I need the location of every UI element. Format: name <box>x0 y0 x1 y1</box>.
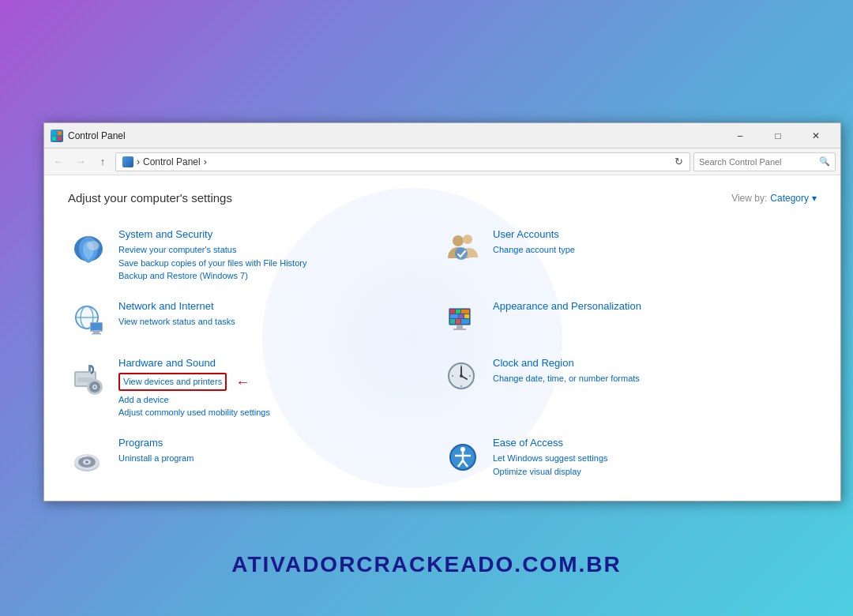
hardware-text: Hardware and Sound View devices and prin… <box>118 355 442 419</box>
top-bar: Adjust your computer's settings View by:… <box>68 191 817 205</box>
ease-of-access-text: Ease of Access Let Windows suggest setti… <box>493 435 817 478</box>
svg-rect-23 <box>459 314 464 318</box>
ease-of-access-sub: Let Windows suggest settings Optimize vi… <box>493 452 817 478</box>
svg-rect-2 <box>52 137 56 141</box>
clock-region-sub: Change date, time, or number formats <box>493 372 817 385</box>
system-security-text: System and Security Review your computer… <box>118 227 442 283</box>
refresh-icon[interactable]: ↻ <box>675 156 683 167</box>
address-path: › Control Panel › ↻ <box>115 152 690 171</box>
svg-rect-25 <box>450 319 455 324</box>
content-inner: Adjust your computer's settings View by:… <box>68 191 817 486</box>
outer-wrapper: Control Panel – □ ✕ ← → ↑ › Control Pane… <box>0 0 853 616</box>
user-accounts-sub: Change account type <box>493 243 817 257</box>
svg-rect-20 <box>456 310 460 314</box>
list-item: Clock and Region Change date, time, or n… <box>442 347 817 427</box>
list-item: Appearance and Personalization <box>442 291 817 347</box>
minimize-button[interactable]: – <box>722 125 758 147</box>
svg-point-53 <box>460 447 465 452</box>
network-sub: View network status and tasks <box>118 315 442 329</box>
user-accounts-icon <box>442 227 483 268</box>
svg-rect-29 <box>453 329 466 330</box>
red-arrow: ← <box>235 372 250 393</box>
svg-point-5 <box>87 241 100 250</box>
view-by-control: View by: Category ▾ <box>731 193 817 204</box>
clock-region-icon <box>442 355 483 396</box>
watermark-text: ATIVADORCRACKEADO.COM.BR <box>231 552 621 577</box>
view-by-label: View by: <box>731 193 767 204</box>
svg-rect-15 <box>93 332 100 333</box>
control-panel-window: Control Panel – □ ✕ ← → ↑ › Control Pane… <box>43 122 841 501</box>
ease-of-access-icon <box>442 435 483 476</box>
hardware-icon <box>68 355 109 396</box>
programs-icon <box>68 435 109 476</box>
user-accounts-link[interactable]: User Accounts <box>493 228 559 240</box>
system-security-link[interactable]: System and Security <box>118 228 212 240</box>
maximize-button[interactable]: □ <box>760 125 796 147</box>
window-title: Control Panel <box>68 130 126 141</box>
system-security-icon <box>68 227 109 268</box>
path-text: Control Panel <box>143 156 201 167</box>
svg-rect-27 <box>461 319 469 324</box>
svg-point-51 <box>85 460 88 463</box>
network-text: Network and Internet View network status… <box>118 299 442 329</box>
title-bar-left: Control Panel <box>51 130 126 142</box>
svg-rect-37 <box>88 365 91 371</box>
programs-text: Programs Uninstall a program <box>118 435 442 465</box>
appearance-text: Appearance and Personalization <box>493 299 817 315</box>
clock-region-text: Clock and Region Change date, time, or n… <box>493 355 817 385</box>
list-item: System and Security Review your computer… <box>68 219 442 291</box>
clock-region-link[interactable]: Clock and Region <box>493 357 574 369</box>
hardware-sub: View devices and printers ← Add a device… <box>118 372 442 419</box>
hardware-link[interactable]: Hardware and Sound <box>118 357 216 369</box>
content-area: Adjust your computer's settings View by:… <box>44 175 840 501</box>
items-grid: System and Security Review your computer… <box>68 219 817 486</box>
path-separator-1: › <box>137 156 140 167</box>
highlight-arrow-row: View devices and printers ← <box>118 377 250 386</box>
view-devices-printers-link[interactable]: View devices and printers <box>118 373 227 391</box>
svg-rect-14 <box>91 323 102 330</box>
ease-of-access-link[interactable]: Ease of Access <box>493 437 563 449</box>
appearance-icon <box>442 299 483 340</box>
svg-rect-3 <box>58 137 62 141</box>
svg-rect-19 <box>450 310 455 314</box>
adjust-settings-text: Adjust your computer's settings <box>68 191 232 205</box>
user-accounts-text: User Accounts Change account type <box>493 227 817 257</box>
up-button[interactable]: ↑ <box>93 152 112 171</box>
window-icon <box>51 130 63 142</box>
svg-rect-22 <box>450 314 458 318</box>
close-button[interactable]: ✕ <box>798 125 834 147</box>
title-bar: Control Panel – □ ✕ <box>44 123 840 148</box>
svg-rect-26 <box>456 319 460 324</box>
list-item: Network and Internet View network status… <box>68 291 442 347</box>
svg-point-7 <box>463 235 472 244</box>
window-controls: – □ ✕ <box>722 125 834 147</box>
chevron-down-icon[interactable]: ▾ <box>812 193 817 204</box>
svg-rect-28 <box>457 325 463 329</box>
address-bar: ← → ↑ › Control Panel › ↻ 🔍 <box>44 148 840 175</box>
forward-button[interactable]: → <box>71 152 90 171</box>
network-icon <box>68 299 109 340</box>
search-icon: 🔍 <box>819 156 830 167</box>
svg-rect-0 <box>52 131 56 135</box>
svg-point-6 <box>453 235 464 246</box>
list-item: User Accounts Change account type <box>442 219 817 291</box>
watermark-area: ATIVADORCRACKEADO.COM.BR <box>0 513 853 616</box>
svg-point-36 <box>94 386 96 388</box>
programs-sub: Uninstall a program <box>118 452 442 465</box>
system-security-sub: Review your computer's status Save backu… <box>118 243 442 283</box>
search-input[interactable] <box>699 157 816 167</box>
programs-link[interactable]: Programs <box>118 437 163 449</box>
list-item: Programs Uninstall a program <box>68 427 442 486</box>
path-separator-2: › <box>204 156 207 167</box>
back-button[interactable]: ← <box>49 152 68 171</box>
appearance-link[interactable]: Appearance and Personalization <box>493 300 641 312</box>
network-link[interactable]: Network and Internet <box>118 300 214 312</box>
path-icon <box>122 156 133 167</box>
view-by-value[interactable]: Category <box>770 193 809 204</box>
svg-point-8 <box>455 247 468 260</box>
list-item: Ease of Access Let Windows suggest setti… <box>442 427 817 486</box>
search-box: 🔍 <box>693 152 836 171</box>
svg-rect-24 <box>464 314 469 318</box>
svg-rect-1 <box>58 131 62 135</box>
svg-rect-21 <box>461 310 469 314</box>
